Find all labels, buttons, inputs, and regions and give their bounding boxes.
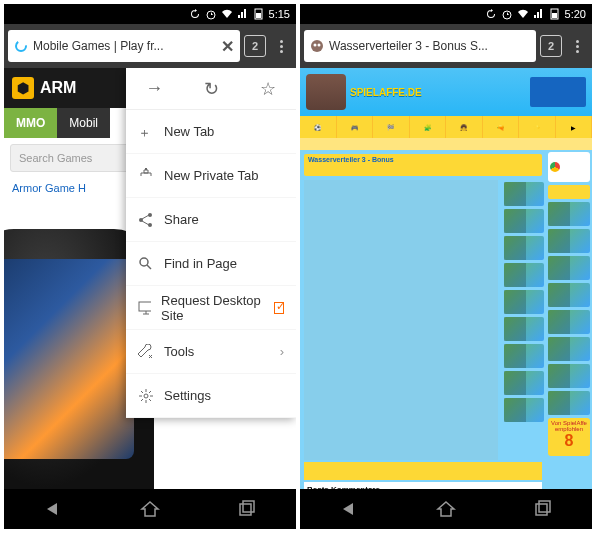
mascot-icon bbox=[306, 74, 346, 110]
signal-icon bbox=[237, 8, 249, 20]
menu-button[interactable] bbox=[566, 40, 588, 53]
svg-point-7 bbox=[140, 258, 148, 266]
menu-label: New Private Tab bbox=[164, 168, 258, 183]
game-thumb[interactable] bbox=[504, 209, 544, 233]
sidebar-promo[interactable]: Von SpielAffe empfohlen 8 bbox=[548, 418, 590, 456]
browser-toolbar: Wasserverteiler 3 - Bonus S... 2 bbox=[300, 24, 592, 68]
game-thumb[interactable] bbox=[548, 391, 590, 415]
alarm-icon bbox=[205, 8, 217, 20]
menu-label: Share bbox=[164, 212, 199, 227]
nav-item[interactable]: ▶ bbox=[556, 116, 593, 138]
gear-icon bbox=[138, 388, 154, 404]
menu-label: Tools bbox=[164, 344, 194, 359]
menu-new-private-tab[interactable]: New Private Tab bbox=[126, 154, 296, 198]
game-footer-bar bbox=[304, 462, 542, 480]
rotate-icon bbox=[189, 8, 201, 20]
game-thumb[interactable] bbox=[548, 283, 590, 307]
nav-item[interactable]: 👧 bbox=[446, 116, 483, 138]
private-icon bbox=[138, 168, 154, 184]
page-content: ⬢ ARM MMO Mobil Search Games Armor Game … bbox=[4, 68, 296, 489]
back-button[interactable] bbox=[43, 499, 63, 519]
checkbox-checked-icon bbox=[274, 302, 284, 314]
bookmark-button[interactable]: ☆ bbox=[239, 68, 296, 109]
url-bar[interactable]: Wasserverteiler 3 - Bonus S... bbox=[304, 30, 536, 62]
menu-tools[interactable]: Tools › bbox=[126, 330, 296, 374]
game-canvas[interactable] bbox=[304, 180, 498, 460]
game-thumb[interactable] bbox=[504, 290, 544, 314]
nav-item[interactable]: 🧩 bbox=[410, 116, 447, 138]
loading-spinner-icon bbox=[14, 39, 28, 53]
favicon-icon bbox=[310, 39, 324, 53]
android-navbar bbox=[4, 489, 296, 529]
nav-item[interactable]: 🔫 bbox=[483, 116, 520, 138]
nav-item[interactable]: ⭐ bbox=[519, 116, 556, 138]
nav-item-mmo[interactable]: MMO bbox=[4, 108, 57, 138]
game-thumb[interactable] bbox=[504, 398, 544, 422]
svg-point-15 bbox=[311, 40, 323, 52]
site-logo[interactable]: SPIELAFFE.DE bbox=[350, 87, 422, 98]
svg-point-3 bbox=[16, 41, 26, 51]
menu-request-desktop[interactable]: Request Desktop Site bbox=[126, 286, 296, 330]
menu-share[interactable]: Share bbox=[126, 198, 296, 242]
game-thumb[interactable] bbox=[548, 202, 590, 226]
overflow-menu: → ↻ ☆ ＋ New Tab New Private Tab Share Fi… bbox=[126, 68, 296, 418]
related-games bbox=[502, 180, 546, 460]
status-bar: 5:20 bbox=[300, 4, 592, 24]
menu-button[interactable] bbox=[270, 40, 292, 53]
reload-button[interactable]: ↻ bbox=[183, 68, 240, 109]
game-thumb[interactable] bbox=[504, 371, 544, 395]
menu-new-tab[interactable]: ＋ New Tab bbox=[126, 110, 296, 154]
phone-right: 5:20 Wasserverteiler 3 - Bonus S... 2 SP… bbox=[300, 4, 592, 529]
home-button[interactable] bbox=[436, 499, 456, 519]
promo-text: Von SpielAffe empfohlen bbox=[550, 420, 588, 432]
svg-rect-10 bbox=[240, 504, 251, 515]
nav-item-mobile[interactable]: Mobil bbox=[57, 108, 110, 138]
nav-item[interactable]: 🏁 bbox=[373, 116, 410, 138]
game-thumb[interactable] bbox=[548, 229, 590, 253]
sidebar: Von SpielAffe empfohlen 8 bbox=[546, 150, 592, 489]
page-title: Wasserverteiler 3 - Bonus S... bbox=[329, 39, 530, 53]
menu-settings[interactable]: Settings bbox=[126, 374, 296, 418]
game-thumb[interactable] bbox=[504, 263, 544, 287]
site-header: SPIELAFFE.DE bbox=[300, 68, 592, 116]
game-thumb[interactable] bbox=[548, 337, 590, 361]
game-thumb[interactable] bbox=[504, 182, 544, 206]
game-thumb[interactable] bbox=[504, 317, 544, 341]
brand-text: ARM bbox=[40, 79, 76, 97]
home-button[interactable] bbox=[140, 499, 160, 519]
recents-button[interactable] bbox=[533, 499, 553, 519]
stop-icon[interactable]: ✕ bbox=[221, 37, 234, 56]
game-title: Wasserverteiler 3 - Bonus bbox=[308, 156, 394, 163]
alarm-icon bbox=[501, 8, 513, 20]
svg-point-9 bbox=[144, 394, 148, 398]
rotate-icon bbox=[485, 8, 497, 20]
nav-item[interactable]: ⚽ bbox=[300, 116, 337, 138]
game-thumb[interactable] bbox=[504, 236, 544, 260]
menu-label: Settings bbox=[164, 388, 211, 403]
chevron-right-icon: › bbox=[280, 344, 284, 359]
svg-rect-18 bbox=[536, 504, 547, 515]
nav-item[interactable]: 🎮 bbox=[337, 116, 374, 138]
comments-heading: Beste Kommentare bbox=[307, 485, 380, 489]
game-thumb[interactable] bbox=[548, 256, 590, 280]
tools-icon bbox=[138, 344, 154, 360]
svg-rect-8 bbox=[139, 302, 151, 311]
svg-point-16 bbox=[314, 44, 317, 47]
status-bar: 5:15 bbox=[4, 4, 296, 24]
chrome-promo[interactable] bbox=[548, 152, 590, 182]
tab-count-button[interactable]: 2 bbox=[540, 35, 562, 57]
android-navbar bbox=[300, 489, 592, 529]
header-promo[interactable] bbox=[530, 77, 586, 107]
game-thumb[interactable] bbox=[504, 344, 544, 368]
battery-icon bbox=[253, 8, 265, 20]
recents-button[interactable] bbox=[237, 499, 257, 519]
url-bar[interactable]: Mobile Games | Play fr... ✕ bbox=[8, 30, 240, 62]
search-icon bbox=[138, 256, 154, 272]
forward-button[interactable]: → bbox=[126, 68, 183, 109]
game-thumb[interactable] bbox=[548, 364, 590, 388]
desktop-icon bbox=[138, 300, 151, 316]
game-thumb[interactable] bbox=[548, 310, 590, 334]
back-button[interactable] bbox=[339, 499, 359, 519]
tab-count-button[interactable]: 2 bbox=[244, 35, 266, 57]
menu-find-in-page[interactable]: Find in Page bbox=[126, 242, 296, 286]
